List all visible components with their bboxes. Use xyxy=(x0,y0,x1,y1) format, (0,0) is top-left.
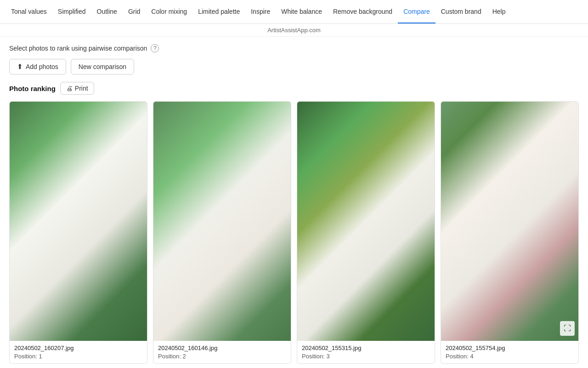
photo-grid: 20240502_160207.jpgPosition: 120240502_1… xyxy=(9,101,579,364)
photo-filename: 20240502_160207.jpg xyxy=(14,345,142,351)
photo-card: 20240502_160146.jpgPosition: 2 xyxy=(153,101,291,364)
photo-info: 20240502_155754.jpgPosition: 4 xyxy=(441,341,578,363)
nav-item-inspire[interactable]: Inspire xyxy=(245,0,276,24)
photo-card: 20240502_160207.jpgPosition: 1 xyxy=(9,101,147,364)
print-button[interactable]: 🖨 Print xyxy=(60,82,94,95)
photo-ranking-label: Photo ranking xyxy=(9,85,56,92)
nav-item-outline[interactable]: Outline xyxy=(91,0,123,24)
header-row: Select photos to rank using pairwise com… xyxy=(9,44,579,52)
page-description: Select photos to rank using pairwise com… xyxy=(9,45,147,52)
nav-item-help[interactable]: Help xyxy=(487,0,511,24)
photo-thumbnail xyxy=(153,102,291,341)
add-photos-button[interactable]: ⬆ Add photos xyxy=(9,59,66,75)
photo-thumbnail xyxy=(297,102,435,341)
photo-thumbnail xyxy=(441,102,578,341)
photo-thumbnail xyxy=(10,102,147,341)
photo-position: Position: 3 xyxy=(302,353,430,360)
new-comparison-label: New comparison xyxy=(79,63,126,70)
nav-item-limited-palette[interactable]: Limited palette xyxy=(192,0,245,24)
photo-card: 20240502_155315.jpgPosition: 3 xyxy=(297,101,435,364)
photo-info: 20240502_155315.jpgPosition: 3 xyxy=(297,341,435,363)
nav-item-white-balance[interactable]: White balance xyxy=(276,0,328,24)
button-row: ⬆ Add photos New comparison xyxy=(9,59,579,75)
nav-item-remove-background[interactable]: Remove background xyxy=(328,0,398,24)
add-photos-label: Add photos xyxy=(26,63,58,70)
upload-icon: ⬆ xyxy=(17,63,23,71)
photo-info: 20240502_160146.jpgPosition: 2 xyxy=(153,341,291,363)
nav-item-color-mixing[interactable]: Color mixing xyxy=(146,0,192,24)
expand-icon[interactable]: ⛶ xyxy=(560,321,575,336)
nav-item-tonal-values[interactable]: Tonal values xyxy=(6,0,52,24)
nav-item-simplified[interactable]: Simplified xyxy=(52,0,91,24)
nav-item-custom-brand[interactable]: Custom brand xyxy=(435,0,487,24)
print-label: Print xyxy=(75,85,88,92)
photo-position: Position: 1 xyxy=(14,353,142,360)
photo-card: 20240502_155754.jpgPosition: 4⛶ xyxy=(441,101,579,364)
watermark: ArtistAssistApp.com xyxy=(0,24,588,37)
photo-filename: 20240502_155315.jpg xyxy=(302,345,430,351)
print-icon: 🖨 xyxy=(66,85,73,92)
photo-filename: 20240502_155754.jpg xyxy=(446,345,574,351)
nav-item-compare[interactable]: Compare xyxy=(398,0,435,24)
new-comparison-button[interactable]: New comparison xyxy=(71,59,134,75)
nav-bar: Tonal valuesSimplifiedOutlineGridColor m… xyxy=(0,0,588,24)
photo-position: Position: 4 xyxy=(446,353,574,360)
photo-info: 20240502_160207.jpgPosition: 1 xyxy=(10,341,147,363)
ranking-row: Photo ranking 🖨 Print xyxy=(9,82,579,95)
nav-item-grid[interactable]: Grid xyxy=(123,0,146,24)
page-body: Select photos to rank using pairwise com… xyxy=(0,37,588,368)
photo-filename: 20240502_160146.jpg xyxy=(158,345,286,351)
photo-position: Position: 2 xyxy=(158,353,286,360)
help-icon[interactable]: ? xyxy=(151,44,159,52)
